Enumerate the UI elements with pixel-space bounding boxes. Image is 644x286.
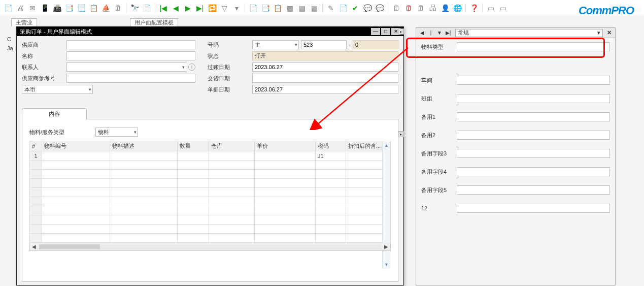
col-tax[interactable]: 税码 (316, 141, 346, 151)
vendor-input[interactable] (66, 40, 195, 49)
bg-tab-1[interactable]: 主营业 (11, 18, 37, 26)
vscroll-up-icon[interactable]: ▲ (383, 141, 390, 149)
tb-filter-icon[interactable]: ▽ (219, 3, 229, 13)
contact-label: 联系人 (22, 63, 66, 71)
udf-input[interactable] (457, 185, 610, 195)
cell-itemcode[interactable] (42, 151, 110, 161)
modal-titlebar[interactable]: 采购订单 - 用户界面编辑模式 — □ ✕ (17, 27, 403, 36)
tb-print-icon[interactable]: 🖨 (15, 3, 25, 13)
tb-colc-icon[interactable]: ▦ (309, 3, 319, 13)
tb-file-icon[interactable]: 📄 (3, 3, 13, 13)
tb-colb-icon[interactable]: ▤ (297, 3, 307, 13)
tb-chat-icon[interactable]: 💬 (362, 3, 372, 13)
cell-whse[interactable] (209, 151, 255, 161)
col-qty[interactable]: 数量 (178, 141, 209, 151)
minimize-button[interactable]: — (371, 28, 380, 35)
tb-cola-icon[interactable]: ▥ (285, 3, 295, 13)
tb-org-icon[interactable]: 品 (428, 3, 438, 13)
tb-grid2-icon[interactable]: 🗓 (403, 3, 414, 13)
number-suffix-input[interactable] (353, 40, 398, 49)
grid-body[interactable]: 1 J1 (30, 151, 391, 243)
tb-chat2-icon[interactable]: 💬 (375, 3, 385, 13)
udf-input[interactable] (457, 149, 610, 158)
gutter-expand-icon[interactable]: ▸ (398, 131, 404, 137)
tb-docb-icon[interactable]: 📑 (260, 3, 270, 13)
cell-price[interactable] (255, 151, 316, 161)
tb-web-icon[interactable]: 🌐 (452, 3, 462, 13)
currency-combo[interactable]: 本币▾ (22, 85, 93, 94)
nav-next-icon[interactable]: ▼ (435, 29, 444, 37)
tb-print2-icon[interactable]: 📠 (52, 3, 62, 13)
tb-filter2-icon[interactable]: ▾ (231, 3, 242, 13)
hscroll-right-icon[interactable]: ▶ (382, 243, 390, 250)
postdate-input[interactable] (252, 62, 398, 72)
tb-prev-icon[interactable]: ◀ (171, 3, 181, 13)
col-whse[interactable]: 仓库 (209, 141, 255, 151)
number-series-combo[interactable]: 主▾ (252, 40, 299, 49)
tb-device-icon[interactable]: 📱 (40, 3, 50, 13)
udf-input[interactable] (457, 167, 610, 176)
tab-contents[interactable]: 内容 (22, 108, 87, 119)
udf-input[interactable] (457, 76, 610, 85)
tb-calendar-icon[interactable]: 🗓 (113, 3, 123, 13)
tb-grid1-icon[interactable]: 🗓 (391, 3, 401, 13)
name-input[interactable] (66, 51, 195, 60)
tb-docplus-icon[interactable]: 📑 (64, 3, 74, 13)
vscroll-down-icon[interactable]: ▼ (383, 261, 390, 269)
tb-docd-icon[interactable]: 📄 (338, 3, 348, 13)
udf-input[interactable] (457, 131, 610, 140)
col-num[interactable]: # (30, 141, 42, 151)
tb-next-icon[interactable]: ▶ (183, 3, 193, 13)
maximize-button[interactable]: □ (381, 28, 390, 35)
hscroll-left-icon[interactable]: ◀ (30, 243, 38, 250)
tb-check-icon[interactable]: ✔ (350, 3, 360, 13)
tb-last-icon[interactable]: ▶| (195, 3, 205, 13)
bg-tab-2[interactable]: 用户面配置模板 (130, 18, 178, 26)
grid-hscroll[interactable]: ◀ ▶ (29, 243, 391, 251)
number-input[interactable] (301, 40, 347, 49)
items-grid[interactable]: # 物料编号 物料描述 数量 仓库 单价 税码 折扣后的含... ↗ (29, 141, 391, 243)
udf-input[interactable] (457, 42, 610, 51)
udf-category-combo[interactable]: 常规▾ (455, 29, 603, 37)
gutter-collapse-icon[interactable]: ▸ (398, 28, 404, 35)
udf-input[interactable] (457, 112, 610, 121)
tb-mail-icon[interactable]: ✉ (27, 3, 38, 13)
udf-label: 备用字段3 (421, 150, 457, 157)
tb-docminus-icon[interactable]: 📃 (76, 3, 86, 13)
tb-grid3-icon[interactable]: 🗓 (416, 3, 426, 13)
hscroll-thumb[interactable] (39, 244, 100, 249)
nav-last-icon[interactable]: ▶| (444, 29, 452, 37)
panel-close-icon[interactable]: ✕ (605, 29, 613, 37)
nav-prev-icon[interactable]: | (427, 29, 435, 37)
vendorref-input[interactable] (66, 74, 195, 83)
tb-doca-icon[interactable]: 📄 (248, 3, 258, 13)
tb-user-icon[interactable]: 👤 (440, 3, 450, 13)
tb-anchor-icon[interactable]: ⛵ (100, 3, 111, 13)
col-itemdesc[interactable]: 物料描述 (110, 141, 178, 151)
tb-edit-icon[interactable]: ✎ (326, 3, 336, 13)
cell-qty[interactable] (178, 151, 209, 161)
nav-first-icon[interactable]: ◀ (418, 29, 426, 37)
tb-docadd-icon[interactable]: 📋 (88, 3, 98, 13)
cell-itemdesc[interactable] (110, 151, 178, 161)
contact-info-icon[interactable]: i (188, 63, 195, 71)
tb-doc-icon[interactable]: 📄 (142, 3, 152, 13)
tb-form2-icon[interactable]: ▭ (498, 3, 508, 13)
udf-input[interactable] (457, 204, 610, 213)
contact-combo[interactable]: ▾ (66, 62, 186, 72)
row-num[interactable]: 1 (30, 151, 42, 161)
itemtype-combo[interactable]: 物料▾ (95, 128, 138, 137)
col-itemcode[interactable]: 物料编号 (42, 141, 110, 151)
tb-refresh-icon[interactable]: 🔁 (207, 3, 217, 13)
udf-row: 时间段 (421, 56, 610, 68)
tb-docc-icon[interactable]: 📋 (273, 3, 283, 13)
docdate-input[interactable] (252, 85, 398, 94)
cell-tax[interactable]: J1 (316, 151, 346, 161)
col-price[interactable]: 单价 (255, 141, 316, 151)
delivdate-input[interactable] (252, 74, 398, 83)
tb-binoculars-icon[interactable]: 🔭 (129, 3, 140, 13)
udf-input[interactable] (457, 94, 610, 103)
tb-form1-icon[interactable]: ▭ (486, 3, 496, 13)
tb-help-icon[interactable]: ❓ (469, 3, 479, 13)
tb-first-icon[interactable]: |◀ (158, 3, 168, 13)
